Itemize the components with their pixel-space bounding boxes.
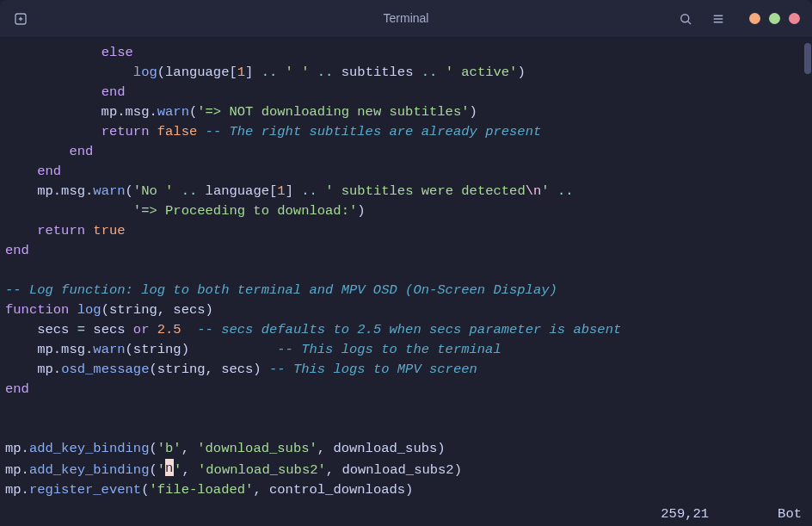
hamburger-icon: [710, 11, 726, 27]
code-content: else log(language[1] .. ' ' .. subtitles…: [0, 38, 803, 526]
scrollbar[interactable]: [803, 38, 812, 526]
window-minimize-button[interactable]: [749, 13, 760, 24]
plus-box-icon: [13, 11, 28, 27]
search-icon: [678, 11, 693, 27]
svg-line-4: [688, 21, 691, 23]
new-tab-button[interactable]: [12, 10, 29, 28]
menu-button[interactable]: [710, 10, 727, 28]
text-cursor: [165, 459, 174, 476]
terminal-viewport[interactable]: else log(language[1] .. ' ' .. subtitles…: [0, 38, 812, 526]
window-controls: [749, 13, 800, 24]
search-button[interactable]: [677, 10, 694, 28]
window-close-button[interactable]: [789, 13, 800, 24]
scroll-thumb[interactable]: [804, 43, 811, 74]
window-maximize-button[interactable]: [769, 13, 780, 24]
titlebar: Terminal: [0, 0, 812, 38]
svg-point-3: [681, 14, 689, 22]
